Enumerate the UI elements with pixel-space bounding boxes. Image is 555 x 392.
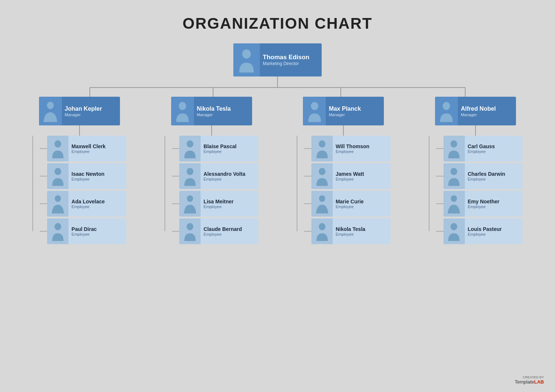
person-name: Louis Pasteur <box>468 226 502 232</box>
employee-card[interactable]: Paul Dirac Employee <box>47 218 126 244</box>
person-name: Maxwell Clerk <box>71 143 106 150</box>
employee-card[interactable]: Alessandro Volta Employee <box>179 163 258 189</box>
svg-point-23 <box>319 223 325 231</box>
svg-point-11 <box>54 168 61 175</box>
employee-row: Ada Lovelace Employee <box>40 191 126 217</box>
person-name: Ada Lovelace <box>71 199 105 205</box>
svg-point-9 <box>47 101 54 109</box>
employee-card[interactable]: Maxwell Clerk Employee <box>47 136 126 161</box>
employee-card[interactable]: Will Thomson Employee <box>311 136 390 161</box>
person-name: Carl Gauss <box>468 143 495 150</box>
person-role: Employee <box>204 204 234 209</box>
avatar <box>443 218 465 244</box>
svg-point-22 <box>319 195 325 202</box>
avatar <box>233 43 260 76</box>
person-role: Employee <box>336 204 364 209</box>
person-name: Nikola Tesla <box>336 226 365 232</box>
person-name: Will Thomson <box>336 143 370 150</box>
svg-point-17 <box>187 195 193 202</box>
svg-point-13 <box>54 223 61 231</box>
avatar <box>47 163 68 189</box>
employee-row: Blaise Pascal Employee <box>172 136 258 161</box>
employee-card[interactable]: Emy Noether Employee <box>443 191 523 217</box>
person-name: Emy Noether <box>468 199 499 205</box>
avatar <box>311 191 333 217</box>
employee-card[interactable]: Charles Darwin Employee <box>443 163 523 189</box>
person-role: Employee <box>204 177 245 181</box>
employee-card[interactable]: Ada Lovelace Employee <box>47 191 126 217</box>
person-role: Employee <box>468 149 495 154</box>
svg-point-19 <box>311 102 318 110</box>
person-name: Marie Curie <box>336 199 364 205</box>
top-connectors <box>24 76 531 97</box>
person-role: Employee <box>204 149 237 154</box>
employee-row: Lisa Meitner Employee <box>172 191 258 217</box>
employee-card[interactable]: Lisa Meitner Employee <box>179 191 258 217</box>
avatar <box>179 191 201 217</box>
person-name: Lisa Meitner <box>204 199 234 205</box>
vert-line <box>297 136 297 231</box>
manager-card-2[interactable]: Max Planck Manager <box>303 97 384 125</box>
person-name: Johan Kepler <box>65 105 102 112</box>
svg-point-21 <box>319 168 325 175</box>
avatar <box>179 163 201 189</box>
column-1: Nikola Tesla Manager <box>156 97 268 246</box>
col-connector <box>79 125 80 136</box>
svg-point-27 <box>451 195 457 202</box>
avatar <box>179 136 201 161</box>
manager-card-1[interactable]: Nikola Tesla Manager <box>171 97 252 125</box>
avatar <box>47 136 68 161</box>
person-role: Employee <box>336 149 370 154</box>
svg-point-26 <box>451 168 457 175</box>
person-name: James Watt <box>336 171 364 177</box>
person-role: Employee <box>468 177 505 181</box>
employee-row: Emy Noether Employee <box>436 191 523 217</box>
svg-point-18 <box>187 223 193 231</box>
employee-row: Claude Bernard Employee <box>172 218 258 244</box>
employee-card[interactable]: Blaise Pascal Employee <box>179 136 258 161</box>
employee-row: James Watt Employee <box>304 163 390 189</box>
person-role: Manager <box>65 113 102 117</box>
avatar <box>171 97 194 125</box>
employee-card[interactable]: Louis Pasteur Employee <box>443 218 523 244</box>
svg-point-16 <box>187 168 193 175</box>
svg-point-15 <box>187 140 193 148</box>
vert-line <box>429 136 429 231</box>
person-name: Nikola Tesla <box>197 105 231 112</box>
vert-line <box>32 136 33 231</box>
employee-card[interactable]: Nikola Tesla Employee <box>311 218 390 244</box>
person-name: Blaise Pascal <box>204 143 237 150</box>
employee-card[interactable]: James Watt Employee <box>311 163 390 189</box>
svg-point-24 <box>443 102 450 110</box>
director-card[interactable]: Thomas Edison Marketing Director <box>233 43 322 76</box>
employee-card[interactable]: Carl Gauss Employee <box>443 136 523 161</box>
avatar <box>39 97 62 125</box>
person-role: Manager <box>329 113 361 117</box>
person-role: Employee <box>204 232 242 236</box>
avatar <box>179 218 201 244</box>
watermark-created-by: CREATED BY <box>515 375 544 379</box>
employee-group-0: Maxwell Clerk Employee <box>32 136 126 246</box>
person-role: Marketing Director <box>263 61 310 66</box>
avatar <box>435 97 458 125</box>
person-name: Max Planck <box>329 105 361 112</box>
person-name: Thomas Edison <box>263 54 310 61</box>
person-role: Manager <box>461 113 496 117</box>
avatar <box>303 97 326 125</box>
person-name: Charles Darwin <box>468 171 505 177</box>
avatar <box>443 191 465 217</box>
manager-card-3[interactable]: Alfred Nobel Manager <box>435 97 516 125</box>
person-name: Alessandro Volta <box>204 171 245 177</box>
person-role: Employee <box>71 204 105 209</box>
column-3: Alfred Nobel Manager <box>420 97 531 246</box>
employee-card[interactable]: Marie Curie Employee <box>311 191 390 217</box>
employee-group-2: Will Thomson Employee <box>297 136 390 246</box>
svg-point-25 <box>451 140 457 148</box>
manager-card-0[interactable]: Johan Kepler Manager <box>39 97 120 125</box>
employee-card[interactable]: Claude Bernard Employee <box>179 218 258 244</box>
avatar <box>443 136 465 161</box>
col-connector <box>343 125 344 136</box>
column-0: Johan Kepler Manager <box>24 97 135 246</box>
employee-row: Isaac Newton Employee <box>40 163 126 189</box>
employee-card[interactable]: Isaac Newton Employee <box>47 163 126 189</box>
